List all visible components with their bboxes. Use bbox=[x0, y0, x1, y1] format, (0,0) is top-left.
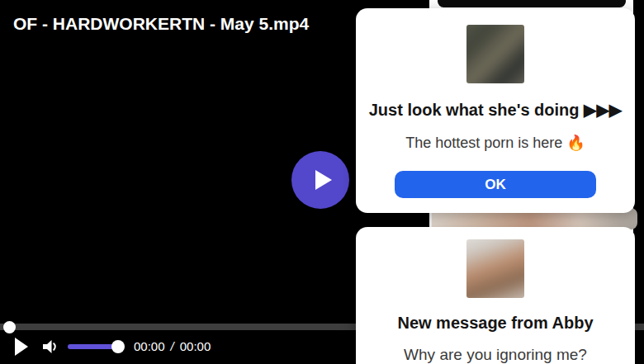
photo-thumbnail-icon bbox=[466, 25, 524, 83]
play-button[interactable] bbox=[15, 338, 30, 356]
popup-subtext: The hottest porn is here 🔥 bbox=[405, 134, 585, 152]
ad-popup-2[interactable]: New message from Abby Why are you ignori… bbox=[356, 227, 635, 364]
photo-thumbnail-icon bbox=[466, 239, 524, 298]
popup-subtext: Why are you ignoring me? bbox=[404, 346, 587, 364]
ad-popup-1[interactable]: Just look what she's doing ▶▶▶ The hotte… bbox=[356, 8, 635, 213]
speaker-low-icon bbox=[40, 338, 59, 356]
duration: 00:00 bbox=[180, 339, 211, 353]
play-triangle-icon bbox=[15, 338, 28, 356]
time-display: 00:00 / 00:00 bbox=[134, 339, 211, 353]
dark-topbar bbox=[438, 0, 626, 7]
ok-button[interactable]: OK bbox=[395, 171, 596, 198]
volume-handle[interactable] bbox=[111, 340, 125, 353]
progress-handle[interactable] bbox=[3, 321, 16, 333]
popup-heading: New message from Abby bbox=[397, 314, 593, 333]
popup-heading: Just look what she's doing ▶▶▶ bbox=[369, 101, 622, 120]
popup-thumbnail-image[interactable] bbox=[466, 25, 524, 83]
video-page: OF - HARDWORKERTN - May 5.mp4 00:00 / 00… bbox=[0, 0, 644, 364]
time-separator: / bbox=[169, 339, 176, 353]
popup-thumbnail-image[interactable] bbox=[466, 239, 524, 298]
current-time: 00:00 bbox=[134, 339, 165, 353]
mute-button[interactable] bbox=[40, 338, 59, 356]
